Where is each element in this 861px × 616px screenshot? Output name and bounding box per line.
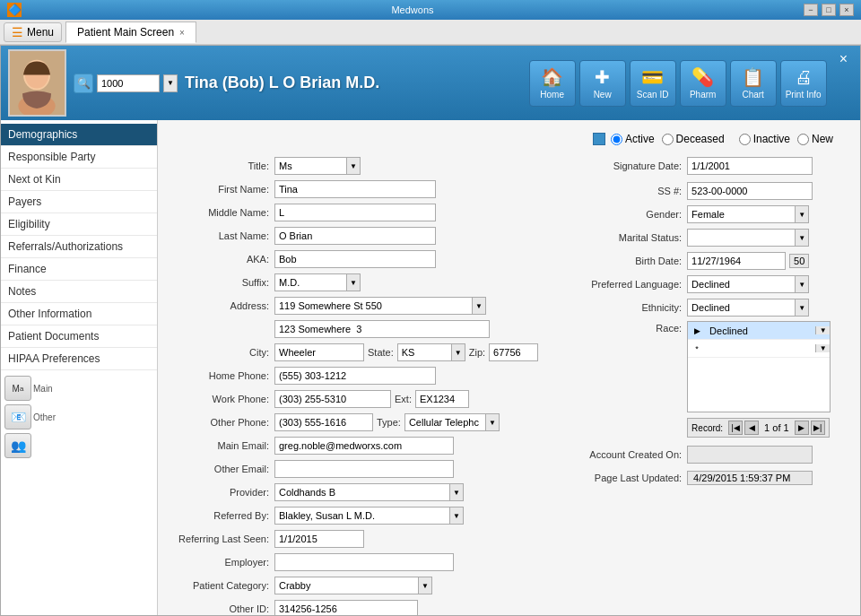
birthdate-input[interactable] (687, 252, 786, 270)
new-button[interactable]: ✚ New (579, 60, 626, 107)
restore-button[interactable]: □ (822, 4, 836, 16)
address2-input[interactable] (274, 320, 490, 338)
aka-input[interactable] (274, 250, 436, 268)
deceased-radio[interactable]: Deceased (662, 133, 725, 145)
sidebar-item-documents[interactable]: Patient Documents (1, 325, 157, 348)
sidebar-item-responsible[interactable]: Responsible Party (1, 146, 157, 169)
race-row-2[interactable]: * ▼ (688, 340, 830, 358)
main-tab-label: Main (33, 384, 53, 394)
address1-dropdown[interactable]: ▼ (472, 297, 486, 315)
mainemail-input[interactable] (274, 437, 454, 455)
ext-input[interactable] (415, 390, 469, 408)
state-input[interactable] (397, 343, 451, 361)
suffix-label: Suffix: (167, 277, 274, 288)
sidebar-item-nextofkin[interactable]: Next ot Kin (1, 169, 157, 191)
state-dropdown[interactable]: ▼ (451, 343, 465, 361)
address1-row: Address: ▼ (167, 296, 538, 316)
maritalstatus-input[interactable] (687, 229, 795, 247)
sidebar-item-demographics[interactable]: Demographics (1, 124, 157, 146)
referredby-row: Referred By: ▼ (167, 506, 538, 525)
printinfo-icon: 🖨 (795, 67, 813, 88)
pharm-button[interactable]: 💊 Pharm (680, 60, 726, 107)
pagelastupdated-value: 4/29/2015 1:59:37 PM (687, 471, 813, 485)
patient-main-tab[interactable]: Patient Main Screen × (65, 22, 196, 43)
referredby-dropdown[interactable]: ▼ (449, 507, 464, 525)
ethnicity-input[interactable] (687, 299, 795, 317)
title-dropdown[interactable]: ▼ (346, 157, 361, 175)
close-window-button[interactable]: × (839, 4, 854, 16)
preferredlanguage-input[interactable] (687, 275, 795, 293)
otherphone-input[interactable] (274, 413, 373, 431)
title-input[interactable] (274, 157, 346, 175)
tab-close-icon[interactable]: × (179, 28, 185, 38)
sidebar-item-eligibility[interactable]: Eligibility (1, 213, 157, 236)
race-dropdown-1[interactable]: ▼ (815, 326, 830, 334)
race-row-1[interactable]: ▶ Declined ▼ (688, 322, 830, 340)
other-tab-button[interactable]: 📧 (4, 404, 31, 429)
otherid-input[interactable] (274, 600, 418, 615)
suffix-input[interactable] (274, 273, 346, 291)
accountcreated-input (687, 446, 813, 464)
contacts-tab-button[interactable]: 👥 (4, 433, 31, 458)
suffix-dropdown[interactable]: ▼ (346, 273, 361, 291)
menu-button[interactable]: ☰ Menu (4, 22, 62, 42)
record-first-button[interactable]: |◀ (728, 421, 743, 435)
sidebar-item-hipaa[interactable]: HIPAA Preferences (1, 348, 157, 370)
phonetype-dropdown[interactable]: ▼ (485, 413, 500, 431)
preferredlanguage-dropdown[interactable]: ▼ (795, 275, 809, 293)
workphone-input[interactable] (274, 390, 391, 408)
zip-input[interactable] (489, 343, 538, 361)
ss-input[interactable] (687, 182, 813, 200)
patientcategory-input[interactable] (274, 577, 418, 594)
search-button[interactable]: 🔍 (74, 74, 93, 93)
phonetype-input[interactable] (404, 413, 485, 431)
record-prev-button[interactable]: ◀ (744, 421, 759, 435)
toolbar-close-button[interactable]: × (834, 49, 853, 69)
ethnicity-dropdown[interactable]: ▼ (795, 299, 809, 317)
sidebar-item-payers[interactable]: Payers (1, 191, 157, 213)
inactive-radio[interactable]: Inactive (739, 133, 790, 145)
firstname-input[interactable] (274, 180, 436, 198)
race-label: Race: (552, 321, 687, 334)
otheremail-input[interactable] (274, 460, 454, 478)
record-last-button[interactable]: ▶| (811, 421, 825, 435)
status-radio-group: Active Deceased Inactive New (611, 133, 833, 145)
provider-input[interactable] (274, 483, 449, 501)
active-radio[interactable]: Active (611, 133, 655, 145)
referringlastseen-input[interactable] (274, 530, 364, 548)
provider-dropdown[interactable]: ▼ (449, 483, 464, 501)
sidebar-item-other[interactable]: Other Information (1, 303, 157, 325)
lastname-input[interactable] (274, 227, 436, 245)
referredby-input[interactable] (274, 507, 449, 525)
employer-input[interactable] (274, 553, 454, 571)
patientcategory-dropdown[interactable]: ▼ (418, 577, 432, 594)
signaturedate-input[interactable] (687, 157, 813, 175)
main-tab-button[interactable]: Ma (4, 376, 31, 401)
type-label: Type: (373, 417, 404, 428)
race-dropdown-2[interactable]: ▼ (815, 344, 830, 352)
sidebar-item-referrals[interactable]: Referrals/Authorizations (1, 236, 157, 258)
city-input[interactable] (274, 343, 364, 361)
printinfo-button[interactable]: 🖨 Print Info (780, 60, 827, 107)
sidebar-item-finance[interactable]: Finance (1, 258, 157, 281)
race-expand-icon[interactable]: ▶ (688, 326, 706, 335)
otheremail-row: Other Email: (167, 459, 538, 479)
gender-dropdown[interactable]: ▼ (795, 205, 809, 223)
patient-id-input[interactable] (97, 74, 160, 92)
chart-button[interactable]: 📋 Chart (730, 60, 777, 107)
otherphone-label: Other Phone: (167, 417, 274, 428)
record-next-button[interactable]: ▶ (795, 421, 809, 435)
maritalstatus-dropdown[interactable]: ▼ (795, 229, 809, 247)
minimize-button[interactable]: − (804, 4, 818, 16)
gender-input[interactable] (687, 205, 795, 223)
pharm-label: Pharm (690, 90, 716, 100)
home-button[interactable]: 🏠 Home (529, 60, 576, 107)
scanid-button[interactable]: 💳 Scan ID (630, 60, 676, 107)
homephone-input[interactable] (274, 367, 436, 385)
menu-icon: ☰ (12, 25, 23, 39)
new-radio[interactable]: New (797, 133, 833, 145)
address1-input[interactable] (274, 297, 472, 315)
sidebar-item-notes[interactable]: Notes (1, 281, 157, 303)
middlename-input[interactable] (274, 204, 436, 221)
search-dropdown-arrow[interactable]: ▼ (163, 74, 178, 92)
